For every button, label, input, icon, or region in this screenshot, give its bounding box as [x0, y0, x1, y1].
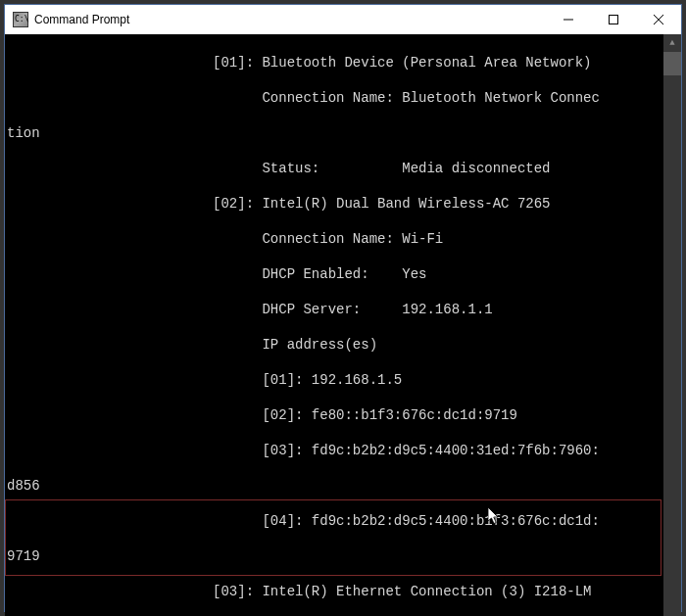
titlebar[interactable]: C:\ Command Prompt [5, 5, 681, 34]
output-line: Status: Media disconnected [7, 160, 663, 177]
svg-rect-1 [610, 16, 618, 24]
maximize-button[interactable] [591, 5, 636, 34]
output-line: IP address(es) [7, 336, 663, 354]
close-button[interactable] [636, 5, 681, 34]
output-line: [03]: Intel(R) Ethernet Connection (3) I… [7, 583, 663, 600]
window-controls [546, 5, 681, 34]
output-line: [03]: fd9c:b2b2:d9c5:4400:31ed:7f6b:7960… [7, 442, 663, 459]
output-line: DHCP Server: 192.168.1.1 [7, 301, 663, 318]
window-title: Command Prompt [34, 13, 546, 26]
console-output[interactable]: [01]: Bluetooth Device (Personal Area Ne… [5, 34, 663, 616]
vertical-scrollbar[interactable]: ▲ ▼ [663, 34, 681, 616]
output-line: [04]: fd9c:b2b2:d9c5:4400:b1f3:676c:dc1d… [7, 512, 663, 530]
highlight-annotation [5, 499, 662, 576]
output-line: tion [7, 124, 663, 142]
chevron-up-icon: ▲ [669, 38, 674, 48]
minimize-button[interactable] [546, 5, 591, 34]
output-line: [01]: Bluetooth Device (Personal Area Ne… [7, 54, 663, 71]
scroll-up-button[interactable]: ▲ [663, 34, 681, 52]
output-line: [02]: Intel(R) Dual Band Wireless-AC 726… [7, 195, 663, 213]
output-line: 9719 [7, 547, 663, 565]
output-line: Connection Name: Wi-Fi [7, 230, 663, 248]
scroll-thumb[interactable] [663, 52, 681, 75]
output-line: Connection Name: Bluetooth Network Conne… [7, 89, 663, 107]
content-area: [01]: Bluetooth Device (Personal Area Ne… [5, 34, 681, 616]
output-line: [01]: 192.168.1.5 [7, 371, 663, 389]
command-prompt-window: C:\ Command Prompt [01]: Bluetooth Devic… [4, 4, 682, 612]
output-line: DHCP Enabled: Yes [7, 265, 663, 283]
output-line: [02]: fe80::b1f3:676c:dc1d:9719 [7, 406, 663, 424]
output-line: d856 [7, 477, 663, 495]
cmd-icon: C:\ [13, 12, 28, 27]
